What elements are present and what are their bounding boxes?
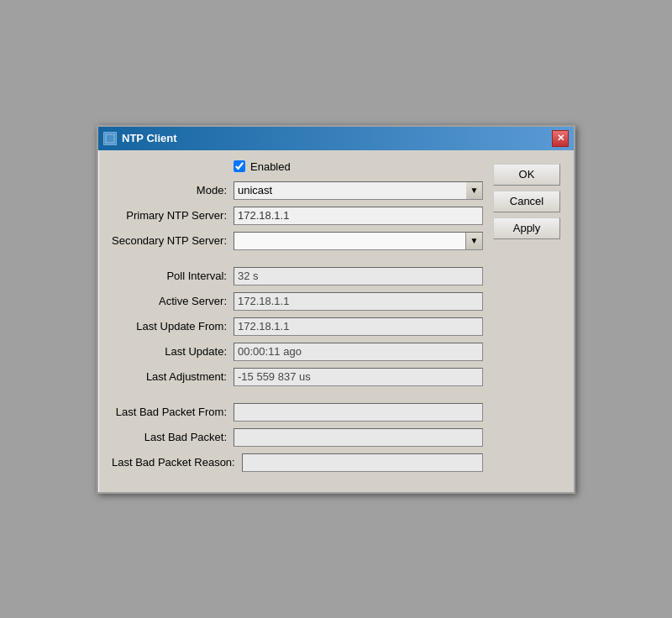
last-bad-packet-reason-label: Last Bad Packet Reason: — [112, 456, 242, 469]
last-adjustment-label: Last Adjustment: — [112, 370, 234, 383]
window-title: NTP Client — [122, 132, 177, 144]
secondary-input-wrapper: ▼ — [234, 232, 483, 250]
section-gap-2 — [112, 393, 483, 403]
primary-ntp-label: Primary NTP Server: — [112, 209, 234, 222]
mode-row: Mode: unicast broadcast multicast ▼ — [112, 181, 483, 200]
active-server-input — [234, 292, 483, 311]
window-icon — [103, 132, 117, 145]
main-content: Enabled Mode: unicast broadcast multicas… — [112, 160, 483, 479]
last-bad-packet-row: Last Bad Packet: — [112, 428, 483, 447]
enabled-row: Enabled — [112, 160, 483, 173]
title-bar-left: NTP Client — [103, 132, 177, 145]
last-update-input — [234, 343, 483, 361]
last-bad-packet-from-input — [234, 403, 483, 422]
last-update-label: Last Update: — [112, 345, 234, 358]
last-update-from-input — [234, 317, 483, 336]
active-server-label: Active Server: — [112, 295, 234, 307]
active-server-row: Active Server: — [112, 292, 483, 311]
secondary-ntp-dropdown-btn[interactable]: ▼ — [466, 232, 483, 250]
mode-select[interactable]: unicast broadcast multicast — [234, 181, 483, 200]
enabled-label: Enabled — [250, 160, 291, 173]
cancel-button[interactable]: Cancel — [493, 191, 560, 212]
title-bar: NTP Client ✕ — [98, 127, 574, 150]
close-button[interactable]: ✕ — [552, 130, 569, 147]
section-gap-1 — [112, 257, 483, 267]
secondary-ntp-input[interactable] — [234, 232, 466, 250]
last-bad-packet-from-row: Last Bad Packet From: — [112, 403, 483, 422]
last-update-from-label: Last Update From: — [112, 320, 234, 333]
poll-interval-row: Poll Interval: — [112, 267, 483, 285]
last-update-row: Last Update: — [112, 343, 483, 361]
primary-ntp-input[interactable] — [234, 207, 483, 225]
mode-label: Mode: — [112, 184, 234, 196]
last-bad-packet-reason-input — [242, 453, 483, 472]
secondary-ntp-row: Secondary NTP Server: ▼ — [112, 232, 483, 250]
last-adjustment-input — [234, 368, 483, 386]
apply-button[interactable]: Apply — [493, 217, 560, 239]
last-bad-packet-label: Last Bad Packet: — [112, 431, 234, 443]
poll-interval-label: Poll Interval: — [112, 270, 234, 282]
svg-rect-1 — [108, 136, 113, 141]
enabled-checkbox[interactable] — [234, 160, 245, 172]
last-bad-packet-reason-row: Last Bad Packet Reason: — [112, 453, 483, 472]
sidebar-buttons: OK Cancel Apply — [493, 160, 560, 479]
ok-button[interactable]: OK — [493, 164, 560, 186]
dialog-body: Enabled Mode: unicast broadcast multicas… — [98, 150, 574, 492]
last-update-from-row: Last Update From: — [112, 317, 483, 336]
mode-dropdown-arrow[interactable]: ▼ — [466, 181, 483, 200]
last-adjustment-row: Last Adjustment: — [112, 368, 483, 386]
dialog-window: NTP Client ✕ Enabled Mode: unicast broad… — [97, 125, 575, 494]
secondary-ntp-label: Secondary NTP Server: — [112, 234, 234, 247]
last-bad-packet-from-label: Last Bad Packet From: — [112, 406, 234, 418]
mode-select-wrapper: unicast broadcast multicast ▼ — [234, 181, 483, 200]
poll-interval-input — [234, 267, 483, 285]
last-bad-packet-input — [234, 428, 483, 447]
primary-ntp-row: Primary NTP Server: — [112, 207, 483, 225]
